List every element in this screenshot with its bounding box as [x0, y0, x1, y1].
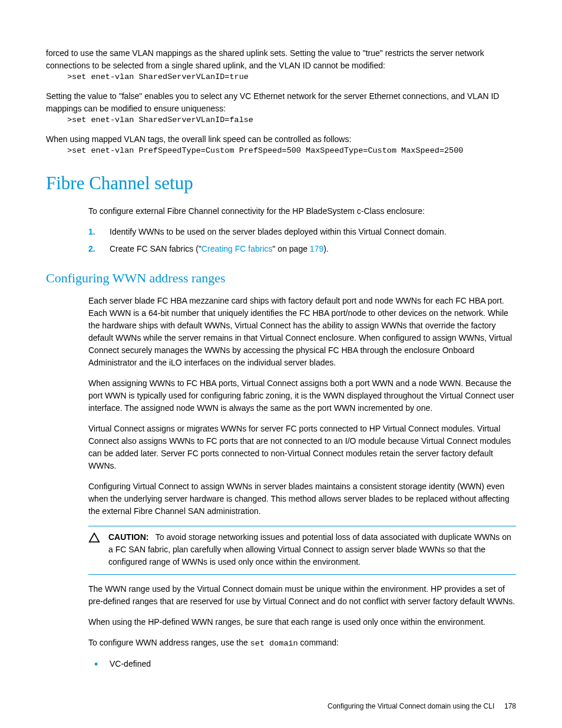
code-block: >set enet-vlan SharedServerVLanID=false [67, 115, 516, 126]
body-paragraph: The WWN range used by the Virtual Connec… [88, 583, 516, 608]
caution-text: CAUTION: To avoid storage networking iss… [108, 531, 516, 568]
code-block: >set enet-vlan SharedServerVLanID=true [67, 72, 516, 83]
text-fragment: " on page [273, 244, 310, 253]
body-paragraph: Setting the value to "false" enables you… [46, 90, 516, 115]
link-creating-fc-fabrics[interactable]: Creating FC fabrics [201, 244, 273, 253]
text-fragment: command: [298, 638, 339, 647]
body-paragraph: To configure WWN address ranges, use the… [88, 637, 516, 650]
list-number: 2. [88, 243, 95, 255]
body-paragraph: forced to use the same VLAN mappings as … [46, 47, 516, 72]
caution-body: To avoid storage networking issues and p… [108, 532, 511, 566]
list-item: 1. Identify WWNs to be used on the serve… [88, 226, 516, 238]
inline-command: set domain [250, 639, 298, 648]
heading-fibre-channel-setup: Fibre Channel setup [46, 170, 516, 197]
list-item: VC-defined [88, 658, 516, 670]
list-number: 1. [88, 226, 95, 238]
list-text: Identify WWNs to be used on the server b… [110, 227, 447, 236]
list-item: 2. Create FC SAN fabrics ("Creating FC f… [88, 243, 516, 255]
body-paragraph: When assigning WWNs to FC HBA ports, Vir… [88, 377, 516, 414]
caution-icon [88, 531, 108, 546]
text-fragment: ). [323, 244, 329, 253]
body-paragraph: Virtual Connect assigns or migrates WWNs… [88, 423, 516, 472]
caution-label: CAUTION: [108, 532, 148, 542]
link-page-ref[interactable]: 179 [310, 244, 323, 253]
page-footer: Configuring the Virtual Connect domain u… [46, 701, 516, 711]
text-fragment: To configure WWN address ranges, use the [88, 638, 250, 647]
list-text: Create FC SAN fabrics ("Creating FC fabr… [110, 244, 329, 253]
footer-page-number: 178 [504, 702, 516, 710]
heading-configuring-wwn: Configuring WWN address ranges [46, 268, 516, 288]
code-block: >set enet-vlan PrefSpeedType=Custom Pref… [67, 146, 516, 157]
body-paragraph: Each server blade FC HBA mezzanine card … [88, 295, 516, 369]
bullet-list: VC-defined [88, 658, 516, 670]
body-paragraph: When using the HP-defined WWN ranges, be… [88, 616, 516, 628]
body-paragraph: When using mapped VLAN tags, the overall… [46, 133, 516, 146]
footer-text: Configuring the Virtual Connect domain u… [328, 702, 494, 710]
text-fragment: Create FC SAN fabrics (" [110, 244, 201, 253]
caution-box: CAUTION: To avoid storage networking iss… [88, 526, 516, 575]
body-paragraph: Configuring Virtual Connect to assign WW… [88, 480, 516, 518]
numbered-list: 1. Identify WWNs to be used on the serve… [88, 226, 516, 255]
body-paragraph: To configure external Fibre Channel conn… [88, 205, 516, 218]
